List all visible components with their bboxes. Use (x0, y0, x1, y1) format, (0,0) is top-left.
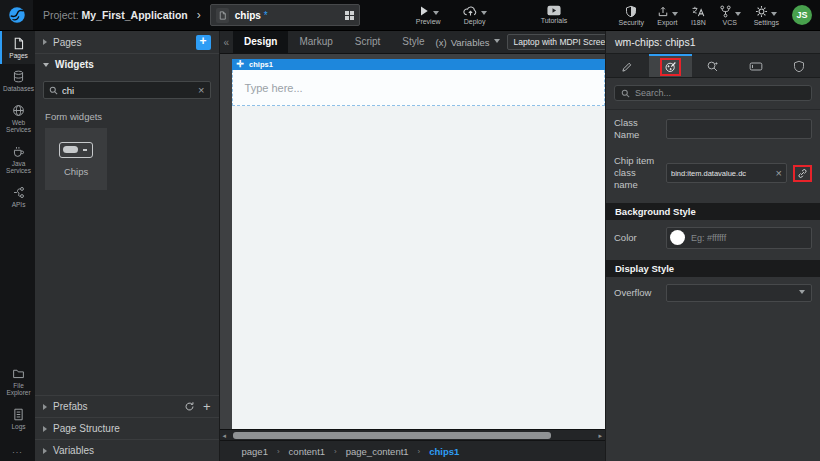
widget-selection-bar[interactable]: ✛ chips1 (232, 59, 605, 70)
top-bar: Project: My_First_Application › chips * (0, 0, 820, 31)
user-avatar[interactable]: JS (792, 5, 812, 25)
breadcrumb-separator: › (277, 447, 280, 456)
clear-search-icon[interactable]: × (198, 85, 204, 96)
chevron-down-icon[interactable] (433, 11, 439, 15)
pages-section-header[interactable]: Pages + (35, 31, 218, 53)
page-structure-section-header[interactable]: Page Structure (35, 417, 218, 439)
tab-security[interactable] (777, 54, 820, 77)
overflow-select[interactable] (666, 284, 812, 302)
tab-style[interactable]: Style (391, 31, 435, 53)
rail-item-logs[interactable]: Logs (0, 402, 35, 435)
chip-item-class-field-row: Chip item class name bind:item.datavalue… (606, 148, 820, 198)
play-icon (418, 5, 430, 17)
chips-widget-on-canvas[interactable]: Type here... (232, 70, 605, 106)
rail-item-java-services[interactable]: Java Services (0, 139, 35, 180)
display-style-section-header: Display Style (606, 260, 820, 277)
database-icon (12, 70, 25, 83)
collapsed-arrow-icon (43, 39, 47, 45)
folder-icon (12, 367, 25, 380)
i18n-button[interactable]: I18N (691, 5, 706, 26)
tab-properties[interactable] (606, 54, 649, 77)
pages-icon (12, 37, 25, 50)
clear-binding-icon[interactable]: × (776, 168, 782, 179)
properties-search-input[interactable] (635, 88, 805, 98)
widget-search-input[interactable] (62, 85, 194, 96)
translate-icon (691, 5, 705, 18)
chips-widget-tile[interactable]: Chips (45, 128, 107, 190)
gear-icon (755, 5, 768, 18)
rail-item-apis[interactable]: APIs (0, 180, 35, 213)
properties-search (614, 85, 812, 101)
chip-item-class-input[interactable]: bind:item.datavalue.dc × (666, 163, 787, 183)
color-swatch[interactable] (670, 230, 685, 245)
rail-item-web-services[interactable]: Web Services (0, 98, 35, 139)
overflow-field-row: Overflow (606, 277, 820, 308)
breadcrumb-item-page-content1[interactable]: page_content1 (346, 446, 409, 457)
tab-device[interactable] (734, 54, 777, 77)
color-input-wrap (666, 227, 812, 249)
annotation-highlight-box (793, 165, 812, 182)
tab-markup[interactable]: Markup (288, 31, 343, 53)
breadcrumb-item-page1[interactable]: page1 (242, 446, 268, 457)
properties-panel-title: wm-chips: chips1 (606, 31, 820, 53)
pages-panel: Pages + Widgets × Form widgets Chips (35, 31, 219, 461)
design-canvas: ✛ chips1 Type here... (220, 54, 605, 429)
export-button[interactable]: Export (657, 5, 678, 26)
breadcrumb-item-content1[interactable]: content1 (289, 446, 325, 457)
widgets-section-header[interactable]: Widgets (35, 53, 218, 75)
tab-inspector[interactable] (692, 54, 735, 77)
dashboard-grid-icon[interactable] (345, 11, 354, 20)
color-input[interactable] (691, 233, 808, 243)
page-file-icon (216, 8, 229, 23)
canvas-page[interactable]: ✛ chips1 Type here... (232, 59, 605, 429)
chevron-down-icon[interactable] (771, 12, 777, 16)
topbar-utilities: Security Export I18N (619, 5, 812, 26)
add-prefab-icon[interactable]: + (203, 400, 211, 413)
variables-section-header[interactable]: Variables (35, 439, 218, 461)
wavemaker-studio: Project: My_First_Application › chips * (0, 0, 820, 461)
color-label: Color (614, 232, 660, 244)
chevron-down-icon[interactable] (672, 12, 678, 16)
scrollbar-thumb[interactable] (233, 432, 551, 439)
wavemaker-logo[interactable] (0, 0, 33, 30)
pencil-icon (621, 61, 633, 73)
topbar-actions: Preview Deploy Tutorials (416, 5, 568, 25)
prefabs-section-header[interactable]: Prefabs + (35, 395, 218, 417)
breadcrumb-item-chips1[interactable]: chips1 (429, 446, 459, 457)
move-icon[interactable]: ✛ (237, 60, 245, 69)
security-button[interactable]: Security (619, 5, 644, 26)
class-name-input[interactable] (671, 124, 807, 134)
tab-design[interactable]: Design (233, 31, 288, 53)
open-page-tab[interactable]: chips * (210, 4, 360, 26)
scroll-right-icon[interactable]: ▸ (598, 432, 602, 439)
vcs-button[interactable]: VCS (719, 5, 741, 26)
scroll-left-icon[interactable]: ◂ (223, 432, 227, 439)
styles-palette-icon (664, 61, 677, 73)
rail-item-pages[interactable]: Pages (0, 31, 35, 64)
bind-link-icon[interactable] (797, 168, 808, 179)
tab-styles[interactable] (649, 54, 692, 77)
panel-spacer (35, 190, 218, 395)
api-connector-icon (12, 186, 25, 199)
rail-item-file-explorer[interactable]: File Explorer (0, 361, 35, 402)
horizontal-scrollbar[interactable]: ◂ ▸ (220, 429, 605, 440)
tab-script[interactable]: Script (344, 31, 392, 53)
variables-dropdown[interactable]: (x) Variables (436, 37, 500, 48)
tutorials-button[interactable]: Tutorials (541, 5, 568, 24)
add-page-button[interactable]: + (196, 35, 211, 50)
collapsed-arrow-icon (43, 404, 47, 410)
wavemaker-logo-icon (8, 6, 26, 24)
rail-more-button[interactable]: ... (0, 435, 35, 461)
collapse-left-icon[interactable]: « (220, 37, 234, 48)
project-title: Project: My_First_Application (43, 9, 188, 21)
chips-input-placeholder: Type here... (245, 82, 303, 94)
chevron-down-icon[interactable] (735, 12, 741, 16)
preview-button[interactable]: Preview (416, 5, 441, 25)
rail-item-databases[interactable]: Databases (0, 64, 35, 97)
search-icon (621, 89, 630, 98)
refresh-icon[interactable] (184, 401, 195, 412)
chips-widget-icon (59, 142, 93, 158)
settings-button[interactable]: Settings (754, 5, 779, 26)
chevron-down-icon[interactable] (481, 11, 487, 15)
deploy-button[interactable]: Deploy (463, 5, 487, 25)
